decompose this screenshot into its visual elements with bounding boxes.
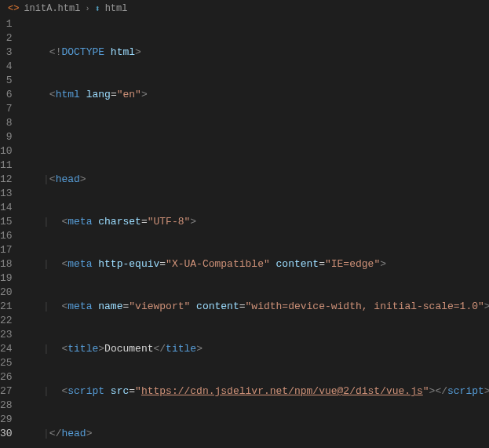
code-area[interactable]: <!DOCTYPE html> <html lang="en"> |<head>…: [25, 17, 489, 448]
line-number: 14: [0, 201, 13, 215]
line-number: 21: [0, 300, 13, 314]
line-number: 10: [0, 144, 13, 158]
line-number: 24: [0, 342, 13, 356]
code-editor[interactable]: 1234567891011121314151617181920212223242…: [0, 17, 489, 448]
line-number: 3: [0, 46, 13, 60]
code-line[interactable]: <!DOCTYPE html>: [25, 46, 489, 60]
line-number: 1: [0, 17, 13, 31]
line-number: 5: [0, 74, 13, 88]
line-number: 22: [0, 314, 13, 328]
line-number: 9: [0, 130, 13, 144]
line-number: 11: [0, 158, 13, 173]
code-line[interactable]: | <meta charset="UTF-8">: [25, 215, 489, 229]
breadcrumb-file[interactable]: initA.html: [24, 3, 80, 14]
line-number: 19: [0, 271, 13, 286]
chevron-right-icon: ›: [85, 5, 89, 13]
code-line[interactable]: | <script src="https://cdn.jsdelivr.net/…: [25, 384, 489, 399]
breadcrumb[interactable]: <> initA.html › ⬍ html: [0, 0, 489, 17]
line-number: 13: [0, 187, 13, 201]
line-number: 29: [0, 413, 13, 427]
line-number: 6: [0, 88, 13, 102]
code-line[interactable]: | <meta http-equiv="X-UA-Compatible" con…: [25, 257, 489, 271]
code-line[interactable]: <html lang="en">: [25, 88, 489, 102]
structure-icon: ⬍: [94, 3, 100, 15]
line-number: 4: [0, 60, 13, 74]
code-line[interactable]: | <title>Document</title>: [25, 342, 489, 356]
line-number: 12: [0, 173, 13, 187]
line-number: 27: [0, 384, 13, 399]
line-number: 8: [0, 116, 13, 130]
line-number: 23: [0, 328, 13, 342]
line-number: 20: [0, 286, 13, 300]
code-line[interactable]: |<head>: [25, 173, 489, 187]
line-number: 18: [0, 257, 13, 271]
line-gutter: 1234567891011121314151617181920212223242…: [0, 17, 25, 448]
line-number: 7: [0, 102, 13, 116]
line-number: 25: [0, 356, 13, 370]
breadcrumb-structure[interactable]: html: [105, 3, 128, 14]
line-number: 26: [0, 370, 13, 384]
code-line[interactable]: | <meta name="viewport" content="width=d…: [25, 300, 489, 314]
html-file-icon: <>: [8, 3, 19, 14]
line-number: 2: [0, 31, 13, 46]
line-number: 30: [0, 427, 13, 441]
line-number: 28: [0, 399, 13, 413]
line-number: 15: [0, 215, 13, 229]
line-number: 17: [0, 243, 13, 257]
line-number: 16: [0, 229, 13, 243]
code-line[interactable]: [25, 130, 489, 144]
code-line[interactable]: |</head>: [25, 427, 489, 441]
